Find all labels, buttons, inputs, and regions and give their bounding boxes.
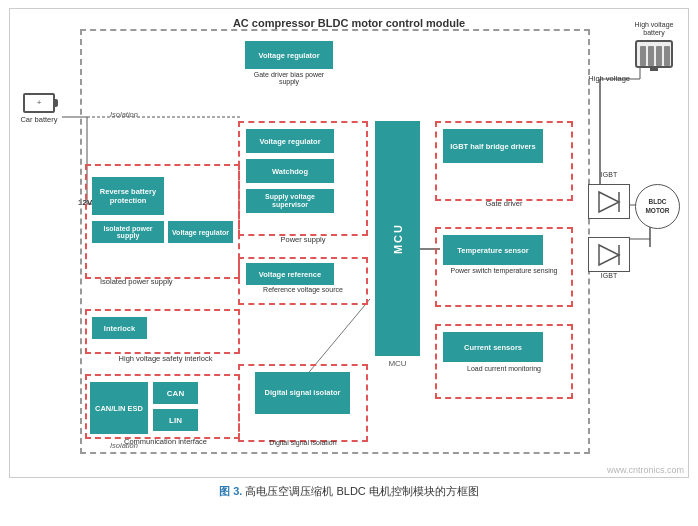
caption: 图 3. 高电压空调压缩机 BLDC 电机控制模块的方框图 [209, 484, 489, 499]
hv-label: High voltage [588, 74, 630, 83]
voltage-reg-left-block: Voltage regulator [168, 221, 233, 243]
ref-voltage-src-label: Reference voltage source [238, 286, 368, 293]
svg-marker-17 [599, 192, 619, 212]
canlin-esd-block: CAN/LIN ESD [90, 382, 148, 434]
hv-battery: High voltage battery [628, 21, 680, 68]
gate-driver-label: Gate driver [435, 199, 573, 208]
svg-marker-19 [599, 245, 619, 265]
igbt-top-box [588, 184, 630, 219]
svg-rect-15 [656, 46, 662, 66]
bldc-motor: BLDC MOTOR [635, 184, 680, 229]
hv-battery-label: High voltage battery [628, 21, 680, 38]
isolated-ps-block: Isolated power supply [92, 221, 164, 243]
car-battery-icon [23, 93, 55, 113]
mcu-bottom-label: MCU [375, 359, 420, 368]
page-wrapper: AC compressor BLDC motor control module [0, 0, 698, 526]
isolated-ps-group-label: Isolated power supply [100, 277, 173, 286]
power-switch-label: Power switch temperature sensing [435, 267, 573, 274]
digital-signal-block: Digital signal isolator [255, 372, 350, 414]
igbt-bottom-box [588, 237, 630, 272]
lin-block: LIN [153, 409, 198, 431]
svg-rect-16 [664, 46, 670, 66]
igbt-half-bridge-block: IGBT half bridge drivers [443, 129, 543, 163]
voltage-reference-block: Voltage reference [246, 263, 334, 285]
watermark: www.cntronics.com [607, 465, 684, 475]
supply-voltage-block: Supply voltage supervisor [246, 189, 334, 213]
svg-rect-14 [648, 46, 654, 66]
power-supply-label: Power supply [238, 235, 368, 244]
caption-highlight: 图 3. [219, 485, 242, 497]
voltage-reg-top-block: Voltage regulator [245, 41, 333, 69]
igbt-top-label: IGBT [588, 171, 630, 178]
igbt-bottom-label: IGBT [588, 272, 630, 279]
diagram-area: AC compressor BLDC motor control module [9, 8, 689, 478]
car-battery: Car battery [15, 89, 63, 127]
can-block: CAN [153, 382, 198, 404]
hv-safety-label: High voltage safety interlock [88, 354, 243, 363]
svg-rect-13 [640, 46, 646, 66]
temp-sensor-block: Temperature sensor [443, 235, 543, 265]
voltage-reg-mid-block: Voltage regulator [246, 129, 334, 153]
current-sensors-block: Current sensors [443, 332, 543, 362]
gate-driver-bias-label: Gate driver bias power supply [245, 71, 333, 85]
watchdog-block: Watchdog [246, 159, 334, 183]
car-battery-label: Car battery [20, 115, 57, 124]
digital-signal-group-label: Digital signal isolation [238, 439, 368, 446]
comm-interface-label: Communication interface [88, 437, 243, 446]
load-current-label: Load current monitoring [435, 365, 573, 372]
interlock-block: Interlock [92, 317, 147, 339]
mcu-block: MCU [375, 121, 420, 356]
reverse-battery-block: Reverse battery protection [92, 177, 164, 215]
bldc-label: BLDC MOTOR [636, 198, 679, 215]
caption-text: 高电压空调压缩机 BLDC 电机控制模块的方框图 [245, 485, 478, 497]
hv-battery-icon [635, 40, 673, 68]
